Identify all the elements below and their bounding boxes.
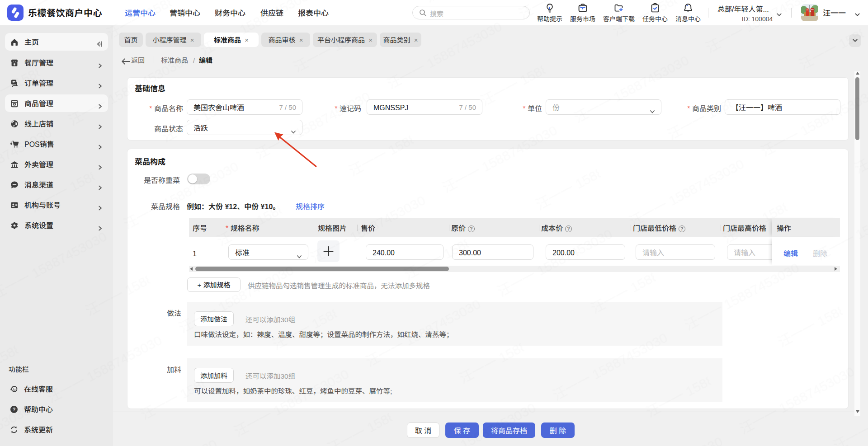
svg-text:?: ? — [13, 407, 16, 412]
